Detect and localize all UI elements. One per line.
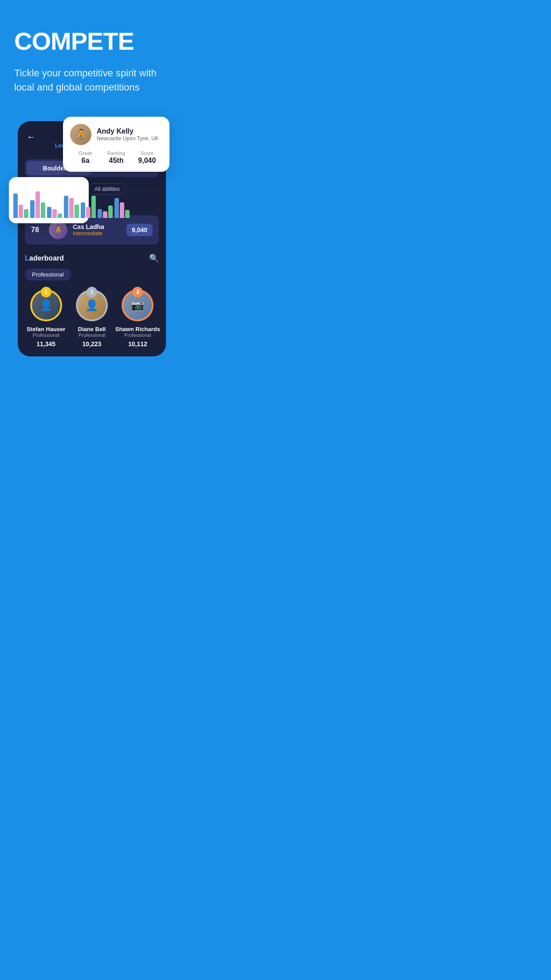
bar-group <box>13 194 28 218</box>
andy-card-header: 🧍 Andy Kelly Newcastle Upon Tyne, UK <box>70 124 162 145</box>
podium-name-3: Shawn Richards <box>115 326 160 332</box>
andy-avatar: 🧍 <box>70 124 91 145</box>
position-avatar: 🧍 <box>49 221 67 239</box>
andy-name: Andy Kelly <box>97 127 159 135</box>
medal-number-3: 3 <box>132 287 143 297</box>
hero-section: COMPETE Tickle your competitive spirit w… <box>0 0 184 392</box>
andy-stat-score: Score 9,040 <box>132 150 162 165</box>
leaderboard-title: Laderboard <box>25 254 64 262</box>
medal-badge-3: 3 📷 <box>122 289 153 321</box>
andy-location: Newcastle Upon Tyne, UK <box>97 135 159 142</box>
podium-name-2: Diane Bell <box>78 326 106 332</box>
podium-grade-2: Professional <box>79 332 106 338</box>
medal-number-2: 2 <box>87 287 97 297</box>
hero-title: COMPETE <box>14 27 169 55</box>
podium-score-1: 11,345 <box>36 340 55 348</box>
position-grade: Intermediate <box>73 230 121 237</box>
bar-group <box>81 196 96 218</box>
podium-item-2: 2 👤 Diane Bell Professional 10,223 <box>69 289 114 348</box>
bar-group <box>114 198 130 218</box>
podium-item-3: 3 📷 Shawn Richards Professional 10,112 <box>115 289 161 348</box>
podium-grade-1: Professional <box>32 332 59 338</box>
position-rank: 78 <box>31 226 43 234</box>
grade-value: 6a <box>82 157 90 164</box>
grade-label: Grade <box>70 150 101 156</box>
andy-kelly-card: 🧍 Andy Kelly Newcastle Upon Tyne, UK Gra… <box>63 117 169 172</box>
back-button[interactable]: ← <box>27 132 35 142</box>
pro-filter-pill[interactable]: Professional <box>25 269 71 281</box>
position-score: 9,040 <box>126 224 153 236</box>
podium-name-1: Stefan Hauser <box>27 326 65 332</box>
ranking-value: 45th <box>109 157 124 164</box>
podium-score-3: 10,112 <box>128 340 147 348</box>
leaderboard-header: Laderboard 🔍 <box>25 253 159 263</box>
chart-card <box>9 177 89 223</box>
position-name: Cas Ladha <box>73 223 121 230</box>
podium-grade-3: Professional <box>124 332 151 338</box>
bar-group <box>64 196 79 218</box>
medal-badge-2: 2 👤 <box>76 289 108 321</box>
bar-group <box>98 205 113 218</box>
andy-stat-grade: Grade 6a <box>70 150 101 165</box>
podium-item-1: 1 👤 Stefan Hauser Professional 11,345 <box>23 289 69 348</box>
bar-group <box>30 191 45 218</box>
bar-group <box>47 207 62 218</box>
position-info: Cas Ladha Intermediate <box>73 223 121 237</box>
chart-bars <box>13 182 84 218</box>
andy-stats: Grade 6a Ranking 45th Score 9,040 <box>70 150 162 165</box>
podium-score-2: 10,223 <box>83 340 102 348</box>
filter-all-abilities[interactable]: All abilities <box>88 183 126 195</box>
ranking-label: Ranking <box>101 150 131 156</box>
medal-number-1: 1 <box>41 287 51 297</box>
score-label: Score <box>132 150 162 156</box>
phone-wrapper: 🧍 Andy Kelly Newcastle Upon Tyne, UK Gra… <box>14 121 169 374</box>
score-value: 9,040 <box>138 157 156 164</box>
medal-badge-1: 1 👤 <box>30 289 62 321</box>
hero-subtitle: Tickle your competitive spirit with loca… <box>14 66 169 95</box>
andy-stat-ranking: Ranking 45th <box>101 150 131 165</box>
search-icon[interactable]: 🔍 <box>149 253 159 263</box>
podium-row: 1 👤 Stefan Hauser Professional 11,345 2 <box>21 289 162 348</box>
